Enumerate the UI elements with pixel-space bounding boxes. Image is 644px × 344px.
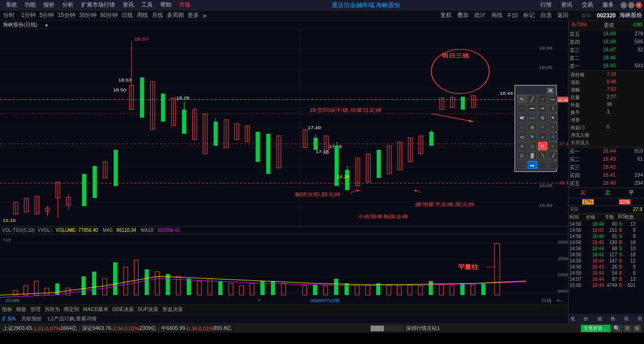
ind-dde[interactable]: DDE决策 (112, 306, 133, 313)
period-more[interactable]: 更多 (186, 11, 200, 19)
tool-red-x[interactable]: ✕ (538, 142, 547, 150)
tool-delete[interactable]: ✕ (548, 114, 558, 122)
menu-tools[interactable]: 工具 (138, 1, 157, 9)
pct-badges: 17% 11% (569, 198, 644, 205)
tool-fuquan[interactable]: 复权 (438, 11, 454, 19)
ind-bind[interactable]: 绑定到 (64, 306, 79, 313)
tool-diag1[interactable]: ╲ (538, 151, 547, 160)
period-weekly[interactable]: 周线 (135, 11, 149, 19)
period-multi[interactable]: 多周期 (165, 11, 185, 19)
period-60m[interactable]: 60分钟 (99, 11, 119, 19)
tool-statistics[interactable]: 统计 (472, 11, 487, 19)
tool-ray[interactable]: → (538, 95, 547, 103)
detail-btn[interactable]: 细 (633, 325, 641, 332)
main-chart[interactable]: 19.50 19.00 18.50 18.00 17.50 17.00 16.5… (0, 29, 568, 226)
tool-diag2[interactable]: ╱ (548, 151, 558, 160)
tool-channel[interactable]: ⌇ (548, 104, 558, 113)
tool-diejia[interactable]: 叠加 (455, 11, 471, 19)
tool-bars2[interactable]: ▐▌ (528, 151, 537, 160)
tool-vert[interactable]: ↑ (517, 161, 527, 169)
menu-service[interactable]: 服务 (600, 1, 617, 9)
svg-rect-168 (281, 283, 286, 295)
sell-button[interactable]: 卖 (605, 189, 611, 197)
tool-hline[interactable]: ━━ (528, 104, 537, 113)
tool-text-a[interactable]: A (517, 123, 527, 131)
simple-btn[interactable]: 简 (623, 325, 632, 332)
tool-small-a[interactable]: 'A (517, 142, 527, 150)
tool-cursor[interactable]: ↖ (517, 95, 527, 103)
menu-hq[interactable]: 行情 (537, 1, 554, 9)
ob-change-pct: -5.73% (570, 22, 587, 29)
expand-a[interactable]: 扩展A (2, 315, 16, 322)
period-30m[interactable]: 30分钟 (78, 11, 98, 19)
svg-rect-163 (229, 283, 233, 295)
tool-line[interactable]: ╱ (528, 95, 537, 103)
svg-text:日线: 日线 (542, 298, 552, 303)
menu-market[interactable]: 市场 (175, 1, 194, 9)
ind-indicator[interactable]: 指标 (2, 306, 12, 313)
tool-fib[interactable]: ◎ (528, 123, 537, 131)
tool-square[interactable]: □ (528, 142, 537, 150)
period-monthly[interactable]: 月线 (150, 11, 165, 19)
period-fen[interactable]: 分时 (2, 11, 16, 19)
expand-related[interactable]: 关联报价 (21, 315, 42, 322)
menu-trade[interactable]: 交易 (579, 1, 596, 9)
tool-empty1[interactable] (538, 161, 547, 169)
menu-info[interactable]: 资讯 (558, 1, 575, 9)
drawing-tools-close[interactable]: ✕ (547, 88, 554, 94)
menu-extended-market[interactable]: 扩展市场行情 (77, 1, 119, 9)
tool-draw[interactable]: 画线 (489, 11, 504, 19)
tool-back[interactable]: 返回 (555, 11, 570, 19)
nav-bi-label: 笔 (570, 316, 575, 322)
tool-ok[interactable]: ✓ (548, 123, 558, 131)
ind-sup[interactable]: SUP决策 (138, 306, 159, 313)
trade-row: 14:57 18.44 97 B 13 (569, 276, 644, 282)
flat-button[interactable]: 平 (628, 189, 634, 197)
tool-ga[interactable]: GA (528, 114, 537, 122)
tool-g[interactable]: G (538, 114, 547, 122)
search-icon-btn[interactable]: 🔍 (611, 325, 622, 332)
tool-dash[interactable]: ╌ (517, 104, 527, 113)
ind-manage[interactable]: 管理 (30, 306, 41, 313)
tool-bars1[interactable]: ||| (517, 151, 527, 160)
change-label: 涨跌 (570, 80, 580, 85)
ind-capital[interactable]: 资金决策 (162, 306, 183, 313)
tool-rect[interactable]: ▭ (517, 132, 527, 141)
buy-button[interactable]: 买 (578, 189, 587, 197)
tool-W[interactable]: W (517, 114, 527, 122)
period-daily[interactable]: 日线 (120, 11, 134, 19)
svg-text:17.18: 17.18 (315, 149, 329, 154)
menu-quote[interactable]: 报价 (40, 1, 58, 9)
period-15m[interactable]: 15分钟 (56, 11, 76, 19)
expand-l2[interactable]: L2产品订购,查看详情 (48, 315, 96, 322)
tool-checkmark[interactable]: ✓ (548, 142, 558, 150)
wuxing-button[interactable]: 五笔拼音 ... (581, 325, 611, 332)
menu-help[interactable]: 帮助 (157, 1, 175, 9)
maximize-button[interactable]: □ (628, 2, 635, 8)
close-button[interactable]: ✕ (636, 2, 642, 8)
tool-mark[interactable]: 标记 (521, 11, 537, 19)
tool-big-a[interactable]: A (548, 132, 558, 141)
period-5m[interactable]: 5分钟 (38, 11, 56, 19)
minimize-button[interactable]: ─ (620, 2, 627, 8)
menu-function[interactable]: 功能 (21, 1, 40, 9)
tool-active[interactable]: ▬ (528, 161, 537, 169)
svg-text:平量柱: 平量柱 (458, 263, 479, 270)
menu-system[interactable]: 系统 (2, 1, 21, 9)
tool-empty2[interactable] (548, 161, 558, 169)
tool-f10[interactable]: F10 (506, 12, 520, 19)
ind-template[interactable]: 模板 (16, 306, 26, 313)
tool-cross[interactable]: ✕ (538, 123, 547, 131)
menu-analysis[interactable]: 分析 (58, 1, 77, 9)
tool-arrow[interactable]: ⇒ (538, 104, 547, 113)
tool-down[interactable]: ▼ (528, 132, 537, 141)
tool-up-arrow[interactable]: ▲ (538, 132, 547, 141)
ind-saveas[interactable]: 另存为 (44, 306, 60, 313)
tool-watchlist[interactable]: 自选 (538, 11, 553, 19)
menu-news[interactable]: 资讯 (119, 1, 138, 9)
svg-rect-156 (155, 271, 159, 295)
period-1m[interactable]: 1分钟 (20, 11, 37, 19)
ind-macd[interactable]: MACD基本 (83, 306, 108, 313)
status-bar: 上证2903.65 -1.91 -0.07% 1664亿 | 深证9463.76… (0, 323, 644, 333)
tool-segment[interactable]: — (548, 95, 558, 103)
